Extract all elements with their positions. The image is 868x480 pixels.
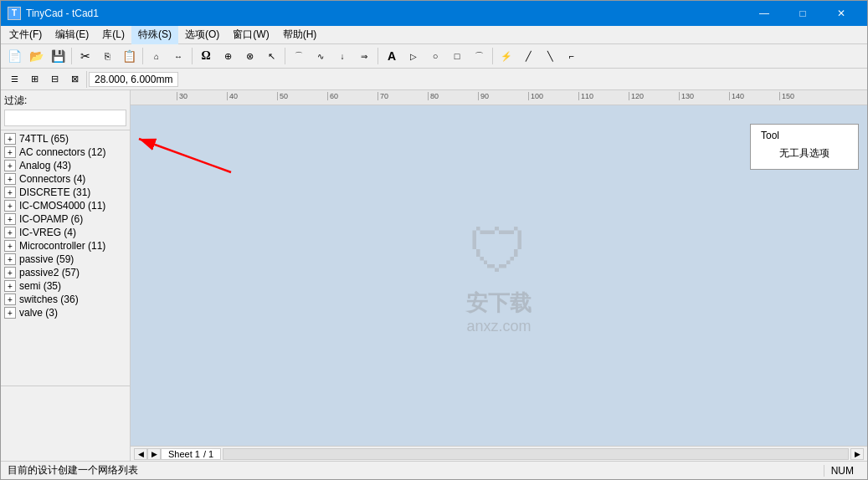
ruler-tick-140: 140 bbox=[729, 92, 744, 100]
scroll-right-btn1[interactable]: ▶ bbox=[147, 448, 161, 460]
ruler-tick-120: 120 bbox=[629, 92, 644, 100]
toolbar-open[interactable]: 📂 bbox=[26, 46, 46, 66]
expand-icon-ic-opamp[interactable]: + bbox=[4, 213, 16, 225]
menu-file[interactable]: 文件(F) bbox=[3, 26, 49, 44]
menu-options[interactable]: 选项(O) bbox=[178, 26, 226, 44]
tool-panel-content: 无工具选项 bbox=[761, 146, 848, 161]
lib-item-ic-cmos4000[interactable]: + IC-CMOS4000 (11) bbox=[3, 199, 128, 212]
expand-icon-74ttl[interactable]: + bbox=[4, 133, 16, 145]
sidebar-filter-area: 过滤: bbox=[1, 90, 130, 130]
lib-label-74ttl: 74TTL (65) bbox=[19, 133, 69, 145]
toolbar-btn-arrow2[interactable]: ⇒ bbox=[354, 46, 374, 66]
toolbar-arc[interactable]: ⌒ bbox=[469, 46, 489, 66]
main-window: T TinyCad - tCad1 — □ ✕ 文件(F) 编辑(E) 库(L)… bbox=[0, 0, 868, 480]
close-button[interactable]: ✕ bbox=[822, 1, 860, 26]
toolbar-text[interactable]: A bbox=[382, 46, 402, 66]
toolbar-sep-2 bbox=[142, 48, 143, 64]
lib-item-ac-connectors[interactable]: + AC connectors (12) bbox=[3, 146, 128, 159]
lib-label-switches: switches (36) bbox=[19, 294, 79, 305]
expand-icon-semi[interactable]: + bbox=[4, 280, 16, 292]
lib-label-valve: valve (3) bbox=[19, 307, 58, 319]
sheet-tab[interactable]: Sheet 1 / 1 bbox=[161, 448, 221, 460]
filter-label: 过滤: bbox=[4, 94, 126, 108]
lib-item-discrete[interactable]: + DISCRETE (31) bbox=[3, 186, 128, 199]
toolbar-zoom-fit[interactable]: ⊕ bbox=[218, 46, 238, 66]
expand-icon-ic-cmos4000[interactable]: + bbox=[4, 200, 16, 212]
menu-special[interactable]: 特殊(S) bbox=[131, 26, 178, 44]
sidebar: 过滤: + 74TTL (65) + AC connectors (12) + … bbox=[1, 90, 131, 461]
maximize-button[interactable]: □ bbox=[783, 1, 822, 26]
menu-help[interactable]: 帮助(H) bbox=[276, 26, 324, 44]
lib-label-ic-cmos4000: IC-CMOS4000 (11) bbox=[19, 200, 105, 212]
lib-item-valve[interactable]: + valve (3) bbox=[3, 306, 128, 319]
toolbar-cursor[interactable]: ↖ bbox=[261, 46, 281, 66]
ruler-tick-70: 70 bbox=[378, 92, 388, 100]
drawing-canvas[interactable]: 🛡 安下载 anxz.com Tool 无工具选项 bbox=[131, 105, 867, 446]
status-text: 目前的设计创建一个网络列表 bbox=[8, 463, 824, 477]
toolbar2-btn4[interactable]: ⊠ bbox=[64, 69, 85, 89]
lib-label-ac-connectors: AC connectors (12) bbox=[19, 146, 105, 158]
expand-icon-passive[interactable]: + bbox=[4, 253, 16, 265]
svg-line-1 bbox=[139, 139, 231, 172]
toolbar-omega[interactable]: Ω bbox=[196, 46, 216, 66]
toolbar-copy[interactable]: ⎘ bbox=[97, 46, 117, 66]
expand-icon-analog[interactable]: + bbox=[4, 160, 16, 171]
toolbar-cut[interactable]: ✂ bbox=[75, 46, 95, 66]
toolbar-zoom-cross[interactable]: ⊗ bbox=[239, 46, 259, 66]
lib-item-passive2[interactable]: + passive2 (57) bbox=[3, 266, 128, 279]
arrow-indicator bbox=[131, 130, 298, 181]
expand-icon-ic-vreg[interactable]: + bbox=[4, 227, 16, 238]
expand-icon-connectors[interactable]: + bbox=[4, 173, 16, 185]
toolbar-drc[interactable]: ⚡ bbox=[496, 46, 516, 66]
toolbar-btn-8[interactable]: ↔ bbox=[168, 46, 188, 66]
menu-edit[interactable]: 编辑(E) bbox=[49, 26, 95, 44]
status-bar: 目前的设计创建一个网络列表 NUM bbox=[1, 461, 867, 479]
lib-item-ic-opamp[interactable]: + IC-OPAMP (6) bbox=[3, 212, 128, 226]
lib-item-passive[interactable]: + passive (59) bbox=[3, 253, 128, 266]
toolbar2-btn2[interactable]: ⊞ bbox=[24, 69, 44, 89]
ruler-tick-40: 40 bbox=[227, 92, 238, 100]
toolbar2-btn1[interactable]: ☰ bbox=[4, 69, 24, 89]
expand-icon-microcontroller[interactable]: + bbox=[4, 240, 16, 252]
lib-item-analog[interactable]: + Analog (43) bbox=[3, 159, 128, 172]
menu-window[interactable]: 窗口(W) bbox=[226, 26, 275, 44]
toolbar-line2[interactable]: ╲ bbox=[540, 46, 560, 66]
filter-input[interactable] bbox=[4, 110, 126, 126]
lib-item-74ttl[interactable]: + 74TTL (65) bbox=[3, 132, 128, 146]
toolbar2-btn3[interactable]: ⊟ bbox=[44, 69, 64, 89]
lib-item-switches[interactable]: + switches (36) bbox=[3, 293, 128, 306]
lib-item-semi[interactable]: + semi (35) bbox=[3, 279, 128, 293]
toolbar-corner[interactable]: ⌐ bbox=[562, 46, 582, 66]
toolbar-circle[interactable]: ○ bbox=[425, 46, 445, 66]
menu-library[interactable]: 库(L) bbox=[95, 26, 131, 44]
lib-item-ic-vreg[interactable]: + IC-VREG (4) bbox=[3, 226, 128, 239]
expand-icon-valve[interactable]: + bbox=[4, 307, 16, 319]
window-controls: — □ ✕ bbox=[745, 1, 860, 26]
watermark-text: 安下载 bbox=[466, 289, 532, 318]
expand-icon-switches[interactable]: + bbox=[4, 294, 16, 305]
toolbar-new[interactable]: 📄 bbox=[4, 46, 24, 66]
horizontal-scrollbar[interactable] bbox=[223, 448, 849, 460]
scroll-right-btn2[interactable]: ▶ bbox=[850, 448, 864, 460]
toolbar-probe[interactable]: ▷ bbox=[403, 46, 424, 66]
scroll-left-btn[interactable]: ◀ bbox=[134, 448, 147, 460]
toolbar-btn-7[interactable]: ⌂ bbox=[146, 46, 167, 66]
ruler-tick-130: 130 bbox=[679, 92, 694, 100]
toolbar-btn-arrow1[interactable]: ↓ bbox=[332, 46, 352, 66]
toolbar-rect[interactable]: □ bbox=[447, 46, 467, 66]
minimize-button[interactable]: — bbox=[745, 1, 783, 26]
lib-item-microcontroller[interactable]: + Microcontroller (11) bbox=[3, 239, 128, 253]
expand-icon-ac-connectors[interactable]: + bbox=[4, 146, 16, 158]
canvas-area: 30 40 50 60 70 80 90 100 110 120 130 140… bbox=[131, 90, 867, 461]
toolbar-line1[interactable]: ╱ bbox=[518, 46, 538, 66]
expand-icon-passive2[interactable]: + bbox=[4, 267, 16, 278]
toolbar-btn-net1[interactable]: ⌒ bbox=[289, 46, 309, 66]
coord-display: 28.000, 6.000mm bbox=[89, 72, 178, 87]
page-indicator: / 1 bbox=[203, 449, 213, 459]
lib-item-connectors[interactable]: + Connectors (4) bbox=[3, 172, 128, 186]
toolbar-paste[interactable]: 📋 bbox=[119, 46, 139, 66]
toolbar-btn-net2[interactable]: ∿ bbox=[311, 46, 331, 66]
toolbar-sep-3 bbox=[192, 48, 193, 64]
toolbar-save[interactable]: 💾 bbox=[48, 46, 68, 66]
expand-icon-discrete[interactable]: + bbox=[4, 186, 16, 198]
